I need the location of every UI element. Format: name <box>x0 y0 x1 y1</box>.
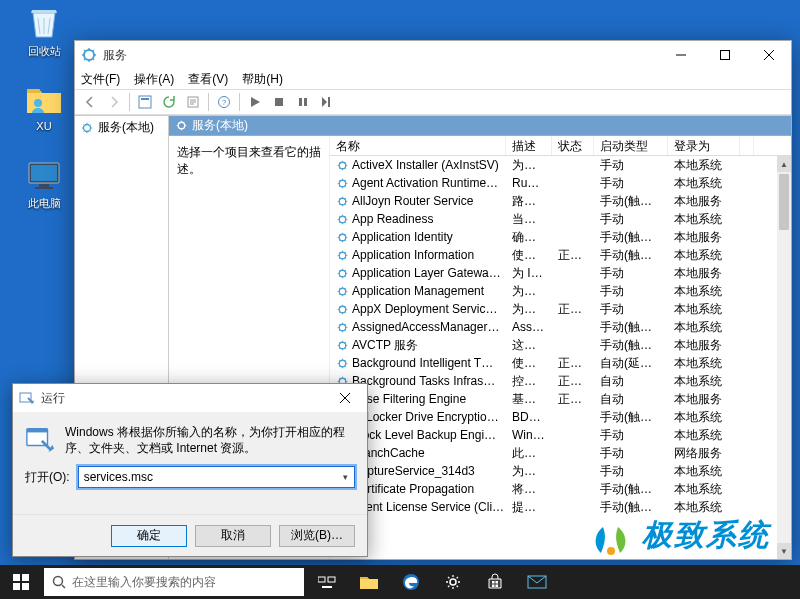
toolbar-properties[interactable] <box>134 91 156 113</box>
gear-icon <box>336 303 349 316</box>
minimize-button[interactable] <box>659 41 703 69</box>
col-status[interactable]: 状态 <box>552 136 594 155</box>
svg-rect-44 <box>13 583 20 590</box>
menu-view[interactable]: 查看(V) <box>188 71 228 88</box>
gear-icon <box>336 159 349 172</box>
svg-text:?: ? <box>222 98 227 107</box>
service-row[interactable]: Background Intelligent T…使用…正在…自动(延迟…本地系… <box>330 354 791 372</box>
svg-point-24 <box>339 270 346 277</box>
service-row[interactable]: Certificate Propagation将用…手动(触发…本地系统 <box>330 480 791 498</box>
browse-button[interactable]: 浏览(B)… <box>279 525 355 547</box>
service-row[interactable]: AppX Deployment Servic…为部…正在…手动本地系统 <box>330 300 791 318</box>
toolbar-stop[interactable] <box>268 91 290 113</box>
svg-point-19 <box>339 180 346 187</box>
toolbar: ? <box>75 89 791 115</box>
menu-help[interactable]: 帮助(H) <box>242 71 283 88</box>
service-row[interactable]: Application Identity确定…手动(触发…本地服务 <box>330 228 791 246</box>
service-row[interactable]: AllJoyn Router Service路由…手动(触发…本地服务 <box>330 192 791 210</box>
toolbar-forward[interactable] <box>103 91 125 113</box>
toolbar-back[interactable] <box>79 91 101 113</box>
col-start[interactable]: 启动类型 <box>594 136 668 155</box>
close-button[interactable] <box>747 41 791 69</box>
service-row[interactable]: App Readiness当用…手动本地系统 <box>330 210 791 228</box>
service-row[interactable]: Agent Activation Runtime…Runt…手动本地系统 <box>330 174 791 192</box>
service-row[interactable]: Application Layer Gatewa…为 In…手动本地服务 <box>330 264 791 282</box>
toolbar-restart[interactable] <box>316 91 338 113</box>
svg-point-51 <box>450 579 456 585</box>
run-description: Windows 将根据你所输入的名称，为你打开相应的程序、文件夹、文档或 Int… <box>65 424 355 456</box>
toolbar-start[interactable] <box>244 91 266 113</box>
search-icon <box>52 575 66 589</box>
gear-icon <box>444 573 462 591</box>
svg-rect-2 <box>31 165 57 181</box>
service-row[interactable]: ActiveX Installer (AxInstSV)为从…手动本地系统 <box>330 156 791 174</box>
service-row[interactable]: Application Information使用…正在…手动(触发…本地系统 <box>330 246 791 264</box>
column-headers[interactable]: 名称 描述 状态 启动类型 登录为 <box>330 136 791 156</box>
service-row[interactable]: AVCTP 服务这是…手动(触发…本地服务 <box>330 336 791 354</box>
scroll-thumb[interactable] <box>779 174 789 230</box>
desktop-icon-user-folder[interactable]: XU <box>14 80 74 132</box>
dropdown-toggle[interactable]: ▾ <box>336 467 354 487</box>
gear-icon <box>336 249 349 262</box>
svg-rect-6 <box>721 51 730 60</box>
svg-point-17 <box>178 122 185 129</box>
svg-rect-40 <box>27 429 48 433</box>
start-button[interactable] <box>0 565 42 599</box>
ok-button[interactable]: 确定 <box>111 525 187 547</box>
svg-rect-8 <box>141 98 149 100</box>
service-row[interactable]: Base Filtering Engine基本…正在…自动本地服务 <box>330 390 791 408</box>
svg-point-28 <box>339 342 346 349</box>
window-title: 服务 <box>103 47 659 64</box>
taskbar-app-mail[interactable] <box>516 565 558 599</box>
mail-icon <box>527 575 547 589</box>
taskbar-app-settings[interactable] <box>432 565 474 599</box>
svg-rect-48 <box>328 577 335 582</box>
cancel-button[interactable]: 取消 <box>195 525 271 547</box>
titlebar[interactable]: 运行 <box>13 384 367 412</box>
taskbar-app-edge[interactable] <box>390 565 432 599</box>
col-name[interactable]: 名称 <box>330 136 506 155</box>
run-title: 运行 <box>41 390 323 407</box>
gear-icon <box>336 285 349 298</box>
service-row[interactable]: AssignedAccessManager…Assi…手动(触发…本地系统 <box>330 318 791 336</box>
svg-point-20 <box>339 198 346 205</box>
desktop-icon-recycle-bin[interactable]: 回收站 <box>14 4 74 59</box>
service-row[interactable]: CaptureService_314d3为调…手动本地系统 <box>330 462 791 480</box>
service-row[interactable]: Block Level Backup Engi…Win…手动本地系统 <box>330 426 791 444</box>
col-logon[interactable]: 登录为 <box>668 136 740 155</box>
maximize-button[interactable] <box>703 41 747 69</box>
toolbar-pause[interactable] <box>292 91 314 113</box>
col-desc[interactable]: 描述 <box>506 136 552 155</box>
toolbar-help[interactable]: ? <box>213 91 235 113</box>
svg-rect-53 <box>496 581 499 584</box>
vertical-scrollbar[interactable]: ▲ ▼ <box>777 156 791 559</box>
desktop-icon-label: XU <box>14 120 74 132</box>
desktop-icon-this-pc[interactable]: 此电脑 <box>14 156 74 211</box>
titlebar[interactable]: 服务 <box>75 41 791 69</box>
toolbar-refresh[interactable] <box>158 91 180 113</box>
open-input[interactable] <box>78 466 355 488</box>
taskbar-app-store[interactable] <box>474 565 516 599</box>
service-row[interactable]: BitLocker Drive Encryptio…BDE…手动(触发…本地系统 <box>330 408 791 426</box>
scroll-up[interactable]: ▲ <box>777 156 791 172</box>
close-button[interactable] <box>323 384 367 412</box>
taskbar: 在这里输入你要搜索的内容 <box>0 565 800 599</box>
svg-point-41 <box>607 547 615 555</box>
menu-action[interactable]: 操作(A) <box>134 71 174 88</box>
svg-point-5 <box>84 50 94 60</box>
services-app-icon <box>81 47 97 63</box>
menu-file[interactable]: 文件(F) <box>81 71 120 88</box>
run-icon <box>19 390 35 406</box>
svg-rect-45 <box>22 583 29 590</box>
taskbar-app-explorer[interactable] <box>348 565 390 599</box>
service-row[interactable]: Application Management为通…手动本地系统 <box>330 282 791 300</box>
svg-point-23 <box>339 252 346 259</box>
service-row[interactable]: BranchCache此服…手动网络服务 <box>330 444 791 462</box>
gear-icon <box>336 321 349 334</box>
toolbar-export[interactable] <box>182 91 204 113</box>
task-view-button[interactable] <box>306 565 348 599</box>
tree-item-services-local[interactable]: 服务(本地) <box>75 116 168 139</box>
svg-rect-13 <box>299 98 302 106</box>
taskbar-search[interactable]: 在这里输入你要搜索的内容 <box>44 568 304 596</box>
service-row[interactable]: Background Tasks Infras…控制…正在…自动本地系统 <box>330 372 791 390</box>
